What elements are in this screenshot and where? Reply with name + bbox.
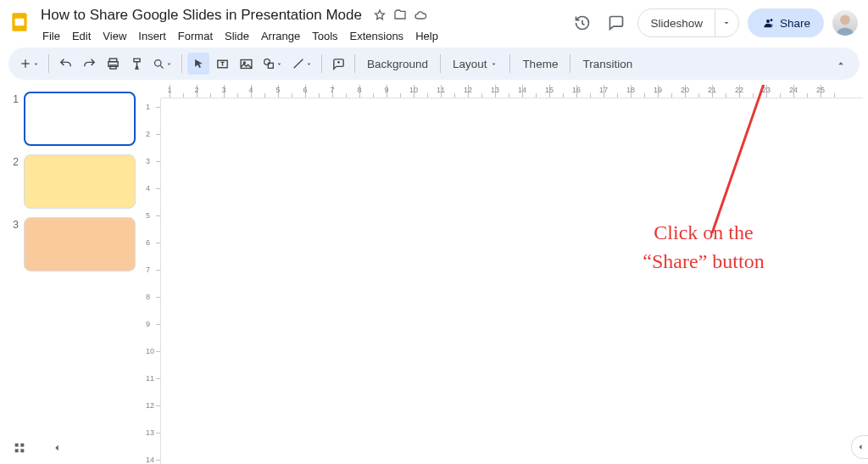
canvas-area: 1234567891011121314151617181920212223242… <box>144 85 868 464</box>
slide-thumbnail[interactable]: 1 <box>8 92 136 146</box>
slide-number: 1 <box>8 92 19 146</box>
account-avatar[interactable] <box>832 10 858 36</box>
share-people-icon <box>761 16 775 30</box>
transition-button[interactable]: Transition <box>576 54 639 74</box>
document-title[interactable]: How to Share Google Slides in Presentati… <box>37 5 365 25</box>
share-label: Share <box>780 17 810 30</box>
textbox-tool[interactable] <box>211 53 233 75</box>
zoom-button[interactable] <box>149 53 176 75</box>
svg-rect-1 <box>15 19 25 26</box>
move-icon[interactable] <box>392 8 408 23</box>
theme-button[interactable]: Theme <box>515 54 565 74</box>
prev-slide-icon[interactable] <box>46 437 68 459</box>
filmstrip: 123 <box>0 85 144 464</box>
svg-point-7 <box>155 59 162 66</box>
horizontal-ruler: 1234567891011121314151617181920212223242… <box>161 85 863 98</box>
menu-edit[interactable]: Edit <box>67 27 96 45</box>
background-button[interactable]: Background <box>360 54 435 74</box>
comment-tool[interactable] <box>327 53 349 75</box>
svg-point-2 <box>771 19 773 21</box>
menu-extensions[interactable]: Extensions <box>345 27 409 45</box>
slideshow-group: Slideshow <box>637 8 739 37</box>
paint-format-button[interactable] <box>125 53 147 75</box>
history-icon[interactable] <box>570 10 595 36</box>
expand-sidebar-icon[interactable] <box>851 435 868 459</box>
svg-rect-17 <box>20 449 24 452</box>
vertical-ruler: 1234567891011121314 <box>144 98 161 464</box>
svg-point-3 <box>840 15 850 25</box>
slideshow-dropdown[interactable] <box>715 9 738 36</box>
footer-controls <box>8 437 68 459</box>
toolbar: Background Layout Theme Transition <box>8 48 860 80</box>
svg-rect-14 <box>15 444 19 447</box>
svg-rect-16 <box>15 449 19 452</box>
svg-rect-15 <box>20 444 24 447</box>
shape-tool[interactable] <box>259 53 287 75</box>
menu-bar: FileEditViewInsertFormatSlideArrangeTool… <box>37 27 443 45</box>
layout-button[interactable]: Layout <box>446 54 504 74</box>
slideshow-button[interactable]: Slideshow <box>638 9 715 36</box>
cloud-status-icon[interactable] <box>413 8 428 23</box>
app-header: How to Share Google Slides in Presentati… <box>0 0 868 46</box>
select-tool[interactable] <box>187 53 209 75</box>
comments-icon[interactable] <box>604 10 629 36</box>
menu-tools[interactable]: Tools <box>307 27 342 45</box>
thumbnail[interactable] <box>24 154 136 209</box>
thumbnail[interactable] <box>24 217 136 271</box>
menu-slide[interactable]: Slide <box>220 27 254 45</box>
line-tool[interactable] <box>288 53 316 75</box>
slide-number: 3 <box>8 217 19 271</box>
editor-body: 123 123456789101112131415161718192021222… <box>0 85 868 464</box>
menu-insert[interactable]: Insert <box>133 27 171 45</box>
svg-point-11 <box>264 59 270 65</box>
thumbnail[interactable] <box>24 92 136 146</box>
slide-canvas[interactable] <box>161 98 863 464</box>
slides-logo[interactable] <box>8 8 31 36</box>
menu-arrange[interactable]: Arrange <box>256 27 305 45</box>
menu-help[interactable]: Help <box>410 27 443 45</box>
new-slide-button[interactable] <box>15 53 43 75</box>
collapse-toolbar-icon[interactable] <box>831 53 851 74</box>
star-icon[interactable] <box>372 8 387 23</box>
undo-button[interactable] <box>54 53 76 75</box>
share-button[interactable]: Share <box>748 8 824 37</box>
slide-thumbnail[interactable]: 3 <box>8 217 136 271</box>
menu-view[interactable]: View <box>97 27 131 45</box>
image-tool[interactable] <box>235 53 257 75</box>
slide-thumbnail[interactable]: 2 <box>8 154 136 209</box>
menu-file[interactable]: File <box>37 27 65 45</box>
print-button[interactable] <box>102 53 124 75</box>
redo-button[interactable] <box>78 53 100 75</box>
toolbar-container: Background Layout Theme Transition <box>0 46 868 85</box>
grid-view-icon[interactable] <box>8 437 31 459</box>
slide-number: 2 <box>8 154 19 209</box>
menu-format[interactable]: Format <box>173 27 218 45</box>
